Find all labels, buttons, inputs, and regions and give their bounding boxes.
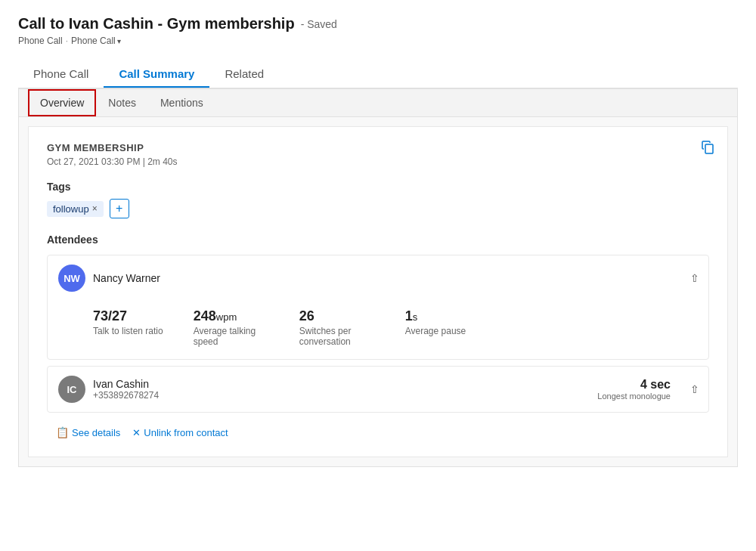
avatar: NW (58, 265, 85, 292)
page-container: Call to Ivan Cashin - Gym membership - S… (0, 0, 756, 551)
attendee-phone: +353892678274 (93, 390, 159, 401)
stat-label: Switches per conversation (299, 326, 375, 347)
attendees-section: Attendees NW Nancy Warner ⇧ 73/27 Talk (47, 234, 709, 441)
tags-row: followup × + (47, 199, 709, 218)
bottom-actions: 📋 See details ✕ Unlink from contact (56, 419, 709, 441)
attendees-label: Attendees (47, 234, 709, 246)
subtab-mentions[interactable]: Mentions (148, 89, 215, 116)
page-title: Call to Ivan Cashin - Gym membership - S… (18, 15, 738, 33)
tag-chip: followup × (47, 201, 104, 217)
main-card: GYM MEMBERSHIP Oct 27, 2021 03:30 PM | 2… (28, 126, 728, 457)
call-title: GYM MEMBERSHIP (47, 142, 709, 153)
top-tabs: Phone Call Call Summary Related (18, 60, 738, 88)
tag-remove-button[interactable]: × (92, 203, 98, 214)
unlink-icon: ✕ (132, 427, 141, 438)
tag-add-button[interactable]: + (110, 199, 129, 218)
stat-value: 73/27 (93, 308, 163, 324)
subtab-notes[interactable]: Notes (96, 89, 148, 116)
monologue-value: 4 sec (597, 378, 671, 392)
tags-label: Tags (47, 181, 709, 193)
tab-phone-call[interactable]: Phone Call (18, 60, 104, 88)
stat-item: 73/27 Talk to listen ratio (93, 308, 163, 347)
breadcrumb: Phone Call · Phone Call ▾ (18, 36, 738, 46)
contact-card-icon: 📋 (56, 426, 69, 438)
stat-label: Average talking speed (194, 326, 269, 347)
tab-call-summary[interactable]: Call Summary (104, 60, 209, 88)
content-area: Overview Notes Mentions GYM MEMBERSHIP O… (18, 88, 738, 467)
attendee-expand-button[interactable]: ⇧ (690, 272, 699, 284)
monologue-label: Longest monologue (597, 392, 671, 401)
stat-value: 248wpm (194, 308, 269, 324)
attendee-name: Nancy Warner (93, 272, 160, 284)
see-details-button[interactable]: 📋 See details (56, 426, 120, 438)
tags-section: Tags followup × + (47, 181, 709, 218)
breadcrumb-separator: · (66, 36, 68, 46)
stat-value: 26 (299, 308, 375, 324)
copy-button[interactable] (700, 139, 715, 158)
attendee-row: NW Nancy Warner ⇧ 73/27 Talk to listen r… (47, 255, 709, 360)
saved-label: - Saved (301, 18, 337, 30)
subtab-overview[interactable]: Overview (28, 89, 96, 116)
attendee-header: NW Nancy Warner ⇧ (48, 255, 708, 301)
stat-value: 1s (405, 308, 466, 324)
tab-related[interactable]: Related (209, 60, 279, 88)
title-text: Call to Ivan Cashin - Gym membership (18, 15, 295, 33)
tag-name: followup (53, 203, 89, 215)
call-meta: Oct 27, 2021 03:30 PM | 2m 40s (47, 156, 709, 167)
attendee-row: IC Ivan Cashin +353892678274 4 sec Longe… (47, 366, 709, 413)
stat-label: Average pause (405, 326, 466, 336)
svg-rect-0 (705, 144, 713, 153)
sub-tabs: Overview Notes Mentions (19, 89, 737, 117)
attendee-expand-button[interactable]: ⇧ (690, 383, 699, 395)
stat-item: 1s Average pause (405, 308, 466, 347)
unlink-button[interactable]: ✕ Unlink from contact (132, 427, 228, 438)
breadcrumb-item-2[interactable]: Phone Call ▾ (71, 36, 121, 46)
chevron-down-icon: ▾ (117, 37, 121, 45)
attendee-header: IC Ivan Cashin +353892678274 4 sec Longe… (48, 367, 708, 412)
attendee-name: Ivan Cashin (93, 378, 159, 390)
stat-item: 248wpm Average talking speed (194, 308, 269, 347)
breadcrumb-item-1: Phone Call (18, 36, 63, 46)
stat-item: 26 Switches per conversation (299, 308, 375, 347)
attendee-stats: 73/27 Talk to listen ratio 248wpm Averag… (48, 301, 708, 359)
avatar: IC (58, 376, 85, 403)
stat-label: Talk to listen ratio (93, 326, 163, 336)
monologue-info: 4 sec Longest monologue (597, 378, 671, 401)
